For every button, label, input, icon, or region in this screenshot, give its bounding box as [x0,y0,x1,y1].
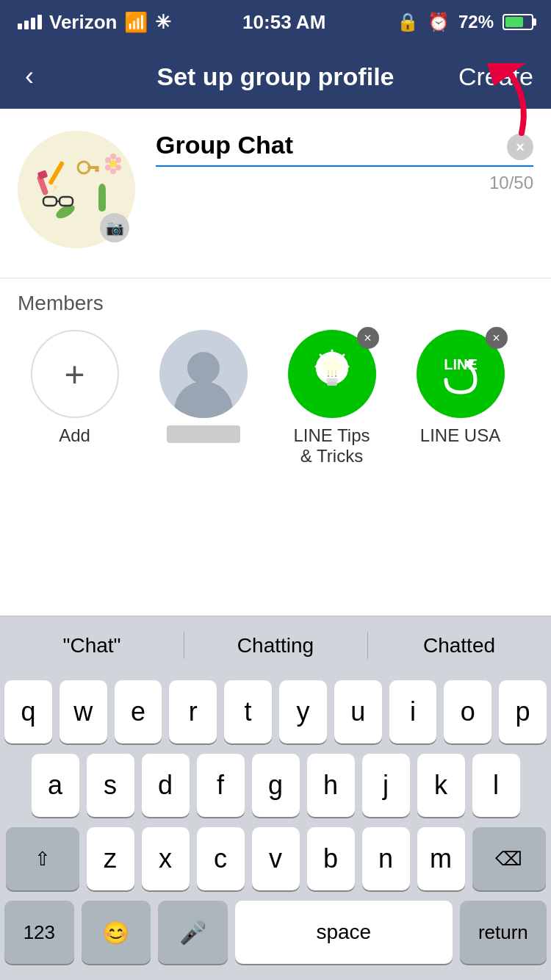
time-label: 10:53 AM [242,11,325,34]
clear-name-button[interactable]: × [507,134,533,160]
svg-point-16 [115,157,121,163]
avatar-container[interactable]: 📷 [18,131,135,248]
list-item: LINE × LINE USA [403,330,517,446]
clear-icon: × [516,139,525,156]
add-member-label: Add [59,425,90,446]
member-avatar [159,330,248,418]
key-i[interactable]: i [389,680,437,743]
remove-member-button[interactable]: × [357,327,379,349]
delete-key[interactable]: ⌫ [472,827,546,890]
back-button[interactable]: ‹ [18,54,41,99]
list-item: + Add [18,330,132,446]
autocomplete-item-2[interactable]: Chatting [184,627,367,665]
members-list: + Add [18,330,533,466]
autocomplete-item-3[interactable]: Chatted [367,627,551,665]
autocomplete-item-1[interactable]: "Chat" [0,627,184,665]
key-q[interactable]: q [4,680,52,743]
svg-point-8 [98,184,106,195]
svg-rect-10 [87,166,99,169]
member-name-label: LINE USA [420,425,500,446]
member-name-label: LINE Tips& Tricks [293,425,370,466]
content-area: 📷 × 10/50 [0,109,551,278]
key-d[interactable]: d [142,754,190,817]
signal-icon [18,15,42,29]
keyboard-row-3: ⇧ z x c v b n m ⌫ [4,827,547,890]
name-input-container: × 10/50 [156,131,533,193]
page-title: Set up group profile [157,62,395,91]
svg-point-29 [323,357,342,376]
key-h[interactable]: h [307,754,355,817]
key-j[interactable]: j [362,754,410,817]
keyboard-row-2: a s d f g h j k l [4,754,547,817]
svg-point-18 [105,157,111,163]
key-l[interactable]: l [472,754,520,817]
svg-rect-24 [326,378,338,382]
alarm-icon: ⏰ [428,12,450,32]
mic-key[interactable]: 🎤 [158,901,228,964]
emoji-key[interactable]: 😊 [82,901,151,964]
key-w[interactable]: w [60,680,107,743]
shift-key[interactable]: ⇧ [6,827,79,890]
svg-point-20 [110,168,116,174]
keyboard-area: "Chat" Chatting Chatted q w e r t y u i … [0,616,551,980]
wifi-icon: 📶 [124,11,148,34]
space-key[interactable]: space [235,901,453,964]
key-z[interactable]: z [87,827,134,890]
return-key[interactable]: return [460,901,547,964]
plus-icon: + [64,354,84,394]
keyboard-row-4: 123 😊 🎤 space return [4,901,547,964]
key-x[interactable]: x [142,827,190,890]
svg-rect-11 [95,169,99,172]
key-a[interactable]: a [32,754,79,817]
key-f[interactable]: f [197,754,245,817]
activity-icon: ✳ [155,11,171,34]
remove-member-button[interactable]: × [486,327,508,349]
key-t[interactable]: t [224,680,272,743]
members-label: Members [18,292,533,315]
keyboard-row-1: q w e r t y u i o p [4,680,547,743]
battery-icon [503,14,533,30]
svg-point-21 [115,165,121,170]
line-circle-icon: LINE [431,345,490,403]
char-count: 10/50 [156,173,533,193]
key-e[interactable]: e [115,680,162,743]
status-bar: Verizon 📶 ✳ 10:53 AM 🔒 ⏰ 72% [0,0,551,44]
battery-percent: 72% [458,12,494,32]
svg-point-17 [110,154,116,159]
add-member-button[interactable]: + [31,330,119,418]
line-usa-member: LINE × [417,330,505,418]
person-illustration [159,330,248,418]
profile-setup: 📷 × 10/50 [18,131,533,263]
keyboard-rows: q w e r t y u i o p a s d f g h j k l ⇧ … [0,674,551,980]
list-item: × LINE Tips& Tricks [275,330,389,466]
key-b[interactable]: b [307,827,355,890]
key-o[interactable]: o [444,680,491,743]
person-body [174,381,233,418]
key-n[interactable]: n [362,827,410,890]
key-m[interactable]: m [417,827,465,890]
list-item [146,330,260,443]
key-r[interactable]: r [169,680,217,743]
key-p[interactable]: p [499,680,547,743]
line-tips-member: × [288,330,376,418]
key-v[interactable]: v [252,827,300,890]
create-button[interactable]: Create [458,62,533,91]
numbers-key[interactable]: 123 [4,901,74,964]
key-g[interactable]: g [252,754,300,817]
camera-icon[interactable]: 📷 [100,213,129,242]
member-name-blurred [167,425,240,443]
svg-rect-25 [327,382,337,386]
lock-icon: 🔒 [397,12,419,32]
svg-point-19 [105,165,111,170]
key-y[interactable]: y [279,680,327,743]
status-right: 🔒 ⏰ 72% [397,12,533,32]
key-u[interactable]: u [334,680,382,743]
key-s[interactable]: s [87,754,134,817]
group-name-input[interactable] [156,131,533,167]
key-k[interactable]: k [417,754,465,817]
carrier-label: Verizon [49,11,117,34]
members-section: Members + Add [0,278,551,474]
person-head [187,352,220,384]
key-c[interactable]: c [197,827,245,890]
status-left: Verizon 📶 ✳ [18,11,171,34]
